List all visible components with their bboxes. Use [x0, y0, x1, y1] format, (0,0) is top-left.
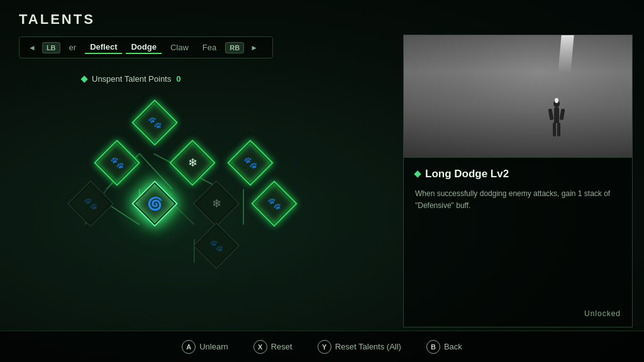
skill-node-1[interactable]: 🐾: [138, 106, 171, 139]
svg-rect-13: [553, 123, 556, 136]
skill-tree: 🐾 🐾 ❄ 🐾 🐾 🌀 ❄ 🐾: [38, 41, 273, 324]
reset-button-icon[interactable]: X: [253, 340, 267, 354]
svg-point-15: [555, 98, 558, 103]
page-title: TALENTS: [19, 11, 95, 28]
back-action[interactable]: B Back: [426, 340, 462, 354]
unlearn-action[interactable]: A Unlearn: [182, 340, 228, 354]
node-4-icon: 🐾: [243, 156, 257, 170]
preview-panel: Long Dodge Lv2 When successfully dodging…: [403, 35, 633, 327]
node-2-icon: 🐾: [110, 156, 124, 170]
sky-overlay: [404, 35, 632, 157]
reset-all-button-icon[interactable]: Y: [318, 340, 331, 354]
tab-prev-arrow[interactable]: ◄: [26, 42, 38, 53]
unlearn-label: Unlearn: [199, 342, 228, 351]
node-6-icon: 🌀: [147, 196, 163, 211]
skill-node-9[interactable]: 🐾: [200, 229, 233, 262]
preview-content: Long Dodge Lv2 When successfully dodging…: [404, 158, 632, 327]
bottom-action-bar: A Unlearn X Reset Y Reset Talents (All) …: [0, 331, 644, 362]
back-label: Back: [444, 342, 462, 351]
unlocked-status: Unlocked: [584, 309, 621, 318]
skill-node-3[interactable]: ❄: [176, 146, 209, 179]
skill-node-4[interactable]: 🐾: [234, 146, 267, 179]
skill-node-7[interactable]: ❄: [200, 187, 233, 220]
node-7-icon: ❄: [212, 197, 221, 211]
reset-all-label: Reset Talents (All): [335, 342, 401, 351]
node-5-icon: 🐾: [84, 197, 97, 211]
svg-rect-14: [557, 123, 560, 136]
svg-line-5: [172, 204, 194, 225]
svg-rect-10: [554, 107, 559, 123]
title-diamond-icon: [414, 170, 421, 177]
skill-description: When successfully dodging enemy attacks,…: [415, 188, 621, 212]
preview-image: [404, 35, 632, 158]
svg-rect-11: [548, 109, 553, 121]
unlearn-button-icon[interactable]: A: [182, 340, 196, 354]
reset-action[interactable]: X Reset: [253, 340, 292, 354]
node-9-icon: 🐾: [209, 239, 223, 253]
skill-node-8[interactable]: 🐾: [258, 187, 291, 220]
character-silhouette: [544, 97, 569, 148]
skill-title: Long Dodge Lv2: [415, 168, 621, 180]
reset-all-action[interactable]: Y Reset Talents (All): [318, 340, 401, 354]
svg-rect-12: [559, 109, 565, 121]
node-3-icon: ❄: [188, 156, 197, 170]
skill-name-text: Long Dodge Lv2: [425, 168, 509, 180]
skill-node-2[interactable]: 🐾: [101, 146, 133, 179]
skill-node-5[interactable]: 🐾: [74, 187, 107, 220]
skill-node-6[interactable]: 🌀: [138, 187, 171, 220]
back-button-icon[interactable]: B: [426, 340, 440, 354]
node-8-icon: 🐾: [267, 197, 281, 211]
node-1-icon: 🐾: [148, 116, 162, 129]
reset-label: Reset: [271, 342, 292, 351]
